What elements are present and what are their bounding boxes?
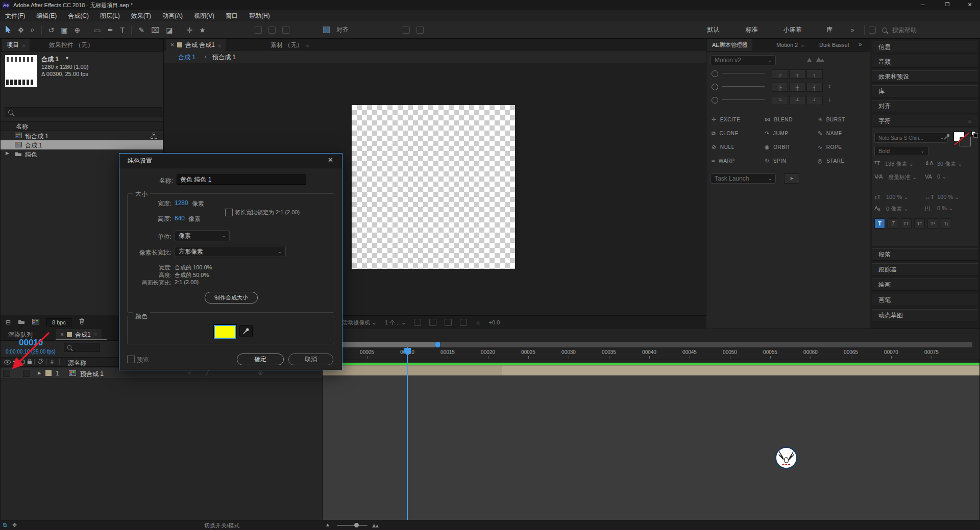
tool-orbit[interactable]: ◉ORBIT (765, 144, 791, 150)
shy-switch-icon[interactable]: ⊹ (187, 370, 191, 375)
quality-switch-icon[interactable]: ╱ (206, 370, 209, 375)
panel-menu-icon[interactable]: ≡ (306, 42, 309, 48)
selection-tool-icon[interactable] (5, 26, 11, 35)
timeline-track-area[interactable] (323, 375, 979, 520)
menu-help[interactable]: 帮助(H) (249, 12, 270, 20)
tab-overflow-chevron[interactable]: » (859, 41, 862, 48)
menu-animation[interactable]: 动画(A) (162, 12, 183, 20)
comp-label-swatch[interactable] (177, 42, 182, 47)
workspace-libraries[interactable]: 库 (814, 26, 845, 34)
anchor-down-arrow-icon[interactable]: ↓ (828, 96, 831, 103)
tracking-value[interactable]: 0 ⌄ (937, 173, 946, 180)
tab-effect-controls[interactable]: 效果控件 （无） (44, 39, 98, 51)
tab-footage[interactable]: 素材 （无） ≡ (266, 39, 314, 51)
panel-character[interactable]: 字符 ≡ (872, 115, 978, 127)
new-folder-icon[interactable] (18, 319, 25, 326)
panel-menu-icon[interactable]: ≡ (801, 42, 804, 48)
menu-window[interactable]: 窗口 (226, 12, 238, 20)
mountain-large-icon[interactable] (816, 56, 825, 64)
pan-behind-tool-icon[interactable]: ⊕ (75, 26, 81, 34)
font-family-dropdown[interactable]: Noto Sans S Chin...⌄ (874, 133, 948, 143)
shape-tool-icon[interactable]: ▭ (94, 26, 101, 34)
tab-script-manager[interactable]: AE脚本管理器 (707, 39, 752, 51)
tool-rope[interactable]: ∿ROPE (818, 144, 842, 150)
brush-tool-icon[interactable]: ✎ (138, 26, 144, 34)
anchor-mid-left-button[interactable]: ├ (772, 83, 788, 92)
solid-name-input[interactable] (177, 174, 306, 185)
fast-previews-icon[interactable] (460, 319, 467, 326)
layer-name[interactable]: 预合成 1 (80, 370, 104, 378)
panel-tracker[interactable]: 跟踪器 (872, 263, 978, 275)
playhead-line[interactable] (407, 347, 408, 520)
task-launch-dropdown[interactable]: Task Launch⌄ (710, 173, 776, 184)
faux-italic-toggle[interactable]: T (888, 218, 898, 229)
column-name[interactable]: 名称 (16, 122, 28, 131)
pixel-aspect-correction-icon[interactable] (445, 319, 452, 326)
eyedropper-button[interactable] (239, 325, 253, 337)
kerning-value[interactable]: 度量标准 ⌄ (888, 173, 917, 181)
panel-menu-icon[interactable]: ≡ (968, 118, 971, 124)
panel-motion-sketch[interactable]: 动态草图 (872, 309, 978, 321)
minimize-button[interactable]: ─ (912, 2, 934, 8)
menu-file[interactable]: 文件(F) (5, 12, 25, 20)
panel-audio[interactable]: 音频 (872, 56, 978, 68)
tool-warp[interactable]: ≈WARP (712, 158, 735, 164)
anchor-top-center-button[interactable]: ┬ (789, 69, 805, 79)
timeline-search-field[interactable] (64, 343, 100, 352)
hand-tool-icon[interactable]: ✥ (18, 26, 24, 34)
video-switch[interactable] (3, 370, 10, 377)
timeline-zoom-track[interactable] (337, 525, 368, 526)
subscript-toggle[interactable]: T₁ (941, 218, 951, 229)
superscript-toggle[interactable]: T¹ (927, 218, 938, 229)
panel-effects-presets[interactable]: 效果和预设 (872, 70, 978, 83)
pen-tool-icon[interactable]: ✒ (108, 26, 114, 34)
snap-checkbox[interactable] (323, 27, 330, 33)
axis-mode-world-icon[interactable] (268, 27, 276, 34)
panel-libraries[interactable]: 库 (872, 85, 978, 97)
workspace-small-screen[interactable]: 小屏幕 (771, 26, 814, 34)
anchor-top-right-button[interactable]: ┐ (806, 69, 823, 79)
unit-dropdown[interactable]: 像素⌄ (175, 230, 230, 241)
anchor-mid-right-button[interactable]: ┤ (806, 83, 823, 92)
solid-color-swatch[interactable] (214, 325, 236, 339)
toggle-switches-modes[interactable]: 切换开关/模式 (204, 522, 239, 529)
anchor-radio-1[interactable] (712, 70, 718, 77)
panel-menu-icon[interactable]: ≡ (22, 42, 25, 48)
tool-spin[interactable]: ↻SPIN (765, 158, 787, 164)
tab-timeline-comp[interactable]: × 合成1 ≡ (56, 329, 102, 340)
height-value[interactable]: 640 (175, 215, 185, 222)
view-layout-dropdown[interactable]: 1 个... ⌄ (385, 319, 406, 326)
workspace-default[interactable]: 默认 (694, 26, 732, 34)
motion-version-dropdown[interactable]: Motion v2⌄ (710, 55, 776, 65)
checkerboard-toggle-icon[interactable] (429, 319, 436, 326)
menu-view[interactable]: 视图(V) (194, 12, 214, 20)
tool-excite[interactable]: ✛EXCITE (712, 116, 741, 123)
anchor-radio-3[interactable] (712, 97, 718, 104)
anchor-bottom-right-button[interactable]: ┘ (806, 96, 823, 105)
anchor-radio-2[interactable] (712, 84, 718, 90)
flowchart-icon[interactable] (151, 133, 157, 140)
character-eyedropper-icon[interactable] (943, 133, 950, 142)
width-value[interactable]: 1280 (175, 199, 188, 207)
tsume-value[interactable]: 0 % ⌄ (937, 205, 953, 212)
close-button[interactable]: ✕ (960, 2, 980, 8)
anchor-arrows-icon[interactable]: ↕ (828, 83, 831, 90)
project-search-field[interactable] (5, 107, 162, 117)
source-name-column[interactable]: 源名称 (68, 359, 86, 367)
font-size-value[interactable]: 138 像素 ⌄ (885, 160, 914, 168)
menu-edit[interactable]: 编辑(E) (36, 12, 57, 20)
menu-effect[interactable]: 效果(T) (131, 12, 151, 20)
workspace-overflow-chevron[interactable]: » (845, 27, 860, 34)
type-tool-icon[interactable]: T (120, 26, 125, 34)
panel-paint[interactable]: 绘画 (872, 279, 978, 291)
lock-aspect-checkbox[interactable] (225, 209, 233, 216)
dialog-close-icon[interactable]: ✕ (328, 156, 333, 164)
active-camera-dropdown[interactable]: 活动摄像机 ⌄ (342, 319, 377, 326)
breadcrumb-parent[interactable]: 合成 1 (178, 53, 195, 62)
zoom-tool-icon[interactable]: ⌕ (31, 26, 35, 34)
tab-close-icon[interactable]: × (170, 41, 174, 48)
disclosure-icon[interactable]: ▼ (65, 56, 69, 61)
layer-label-swatch[interactable] (45, 370, 52, 376)
tool-burst[interactable]: ✳BURST (818, 116, 845, 123)
tool-clone[interactable]: ⧉CLONE (712, 130, 739, 137)
